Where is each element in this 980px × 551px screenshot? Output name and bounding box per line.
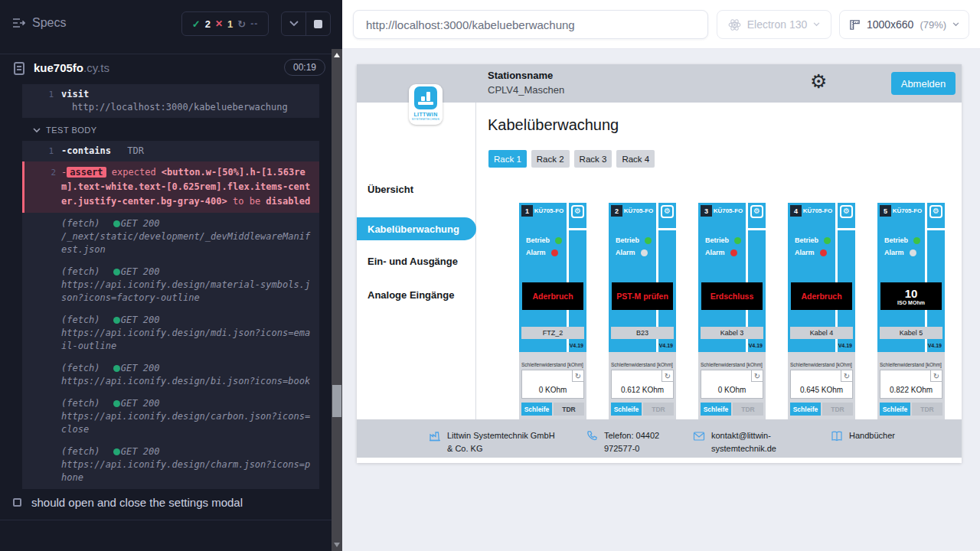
section-label: TEST BODY [46,126,97,135]
command-log: 1 visit http://localhost:3000/kabelueber… [0,84,332,489]
betrieb-led [824,237,831,244]
app-sidebar: Übersicht Kabelüberwachung Ein- und Ausg… [357,103,476,419]
chevron-down-icon [952,22,959,27]
command-block: 1 -contains TDR 2-assert expected <butto… [22,141,319,489]
device-card-3: 3 KÜ705-FO ⚙ Betrieb Alarm Erdschluss Ka… [698,203,766,432]
fetch-url: https://api.iconify.design/bi.json?icons… [61,375,312,388]
command-name: visit [61,89,89,99]
sidebar-item-uebersicht[interactable]: Übersicht [368,184,413,195]
card-settings-button[interactable]: ⚙ [571,205,584,218]
firmware-version: V4.19 [659,343,673,348]
schleife-button[interactable]: Schleife [880,403,910,416]
refresh-button[interactable]: ↻ [572,370,583,382]
resistance-value: 0.822 KOhm [880,386,942,394]
resistance-value-box: ↻ 0.612 KOhm [611,370,674,399]
spec-duration-badge: 00:19 [284,59,325,76]
pending-icon: ↻ [237,18,246,30]
fetch-log-row[interactable]: (fetch) GET 200 https://api.iconify.desi… [22,393,319,441]
footer-manuals-link[interactable]: Handbücher [831,429,895,442]
stop-run-button[interactable] [305,12,330,35]
command-row-contains[interactable]: 1 -contains TDR [22,141,319,161]
tdr-button[interactable]: TDR [643,403,674,416]
collapse-tests-button[interactable] [282,12,305,35]
alarm-label: Alarm [526,249,546,256]
fetch-log-row[interactable]: (fetch) GET 200 /_next/static/developmen… [22,213,319,261]
cable-name: Kabel 4 [790,327,853,339]
schleife-button[interactable]: Schleife [521,403,552,416]
scrollbar-thumb[interactable] [332,385,341,417]
command-row-visit[interactable]: 1 visit http://localhost:3000/kabelueber… [22,84,319,118]
card-settings-button[interactable]: ⚙ [840,205,853,218]
footer-email[interactable]: kontakt@littwin-systemtechnik.de [693,429,809,455]
failed-icon: ✕ [215,18,223,29]
scroll-down-arrow-icon[interactable] [334,543,340,547]
passed-icon: ✓ [192,18,201,30]
pending-test-row[interactable]: should open and close the settings modal [13,496,243,509]
refresh-icon: ↻ [665,372,671,380]
tdr-button[interactable]: TDR [822,403,853,416]
refresh-button[interactable]: ↻ [841,370,852,382]
alarm-led [910,249,916,256]
browser-selector[interactable]: Electron 130 [717,10,831,39]
chevron-down-icon [33,128,41,133]
gear-icon: ⚙ [753,207,760,215]
command-row-assert-failed[interactable]: 2-assert expected <button.w-[50%].h-[1.5… [22,161,319,213]
tdr-button[interactable]: TDR [733,403,763,416]
tab-rack-4[interactable]: Rack 4 [616,150,655,168]
betrieb-label: Betrieb [795,236,818,244]
firmware-version: V4.19 [928,343,942,348]
fetch-url: https://api.iconify.design/charm.json?ic… [61,458,312,484]
url-input[interactable] [353,10,708,39]
schleife-button[interactable]: Schleife [611,403,642,416]
alarm-label: Alarm [616,249,635,256]
device-model: KÜ705-FO [621,207,656,214]
email-address: kontakt@littwin-systemtechnik.de [711,429,809,455]
card-settings-button[interactable]: ⚙ [661,205,674,218]
settings-button[interactable]: ⚙ [810,70,827,93]
betrieb-label: Betrieb [884,236,908,244]
fetch-log-row[interactable]: (fetch) GET 200 https://api.iconify.desi… [22,357,319,393]
logout-button[interactable]: Abmelden [891,72,956,95]
betrieb-led [913,237,920,244]
fetch-status: GET 200 [121,446,160,457]
alarm-label: Alarm [884,249,904,256]
refresh-button[interactable]: ↻ [930,370,942,382]
tab-rack-2[interactable]: Rack 2 [531,150,570,168]
refresh-button[interactable]: ↻ [662,370,673,382]
scroll-up-arrow-icon[interactable] [334,53,340,57]
tdr-button[interactable]: TDR [912,403,942,416]
alarm-display: Erdschluss [701,282,763,310]
sidebar-item-analoge-eingaenge[interactable]: Analoge Eingänge [368,289,454,301]
book-icon [831,430,843,442]
divider [0,54,332,54]
fetch-log-row[interactable]: (fetch) GET 200 https://api.iconify.desi… [22,261,319,309]
spec-header[interactable]: kue705fo.cy.ts 00:19 [0,59,332,82]
pending-count: -- [250,18,258,29]
refresh-button[interactable]: ↻ [751,370,763,382]
schleife-button[interactable]: Schleife [701,403,731,416]
sidebar-item-ein-und-ausgaenge[interactable]: Ein- und Ausgänge [368,256,458,267]
resistance-label: Schleifenwiderstand [kOhm] [611,362,673,367]
fetch-status: GET 200 [121,218,160,229]
passed-count: 2 [205,18,211,30]
card-settings-button[interactable]: ⚙ [929,205,942,218]
viewport-selector[interactable]: 1000x660 (79%) [839,10,969,39]
schleife-button[interactable]: Schleife [790,403,821,416]
fetch-log-row[interactable]: (fetch) GET 200 https://api.iconify.desi… [22,309,319,357]
test-body-section[interactable]: TEST BODY [33,126,319,135]
fetch-log-row[interactable]: (fetch) GET 200 https://api.iconify.desi… [22,441,319,489]
app-under-test: Stationsname CPLV4_Maschen ⚙ Abmelden LI… [357,64,962,463]
fetch-label: (fetch) [61,363,100,373]
spec-file-icon [14,62,24,75]
tab-rack-3[interactable]: Rack 3 [574,150,612,168]
tdr-button[interactable]: TDR [554,403,584,416]
specs-menu-button[interactable]: Specs [12,16,66,30]
tab-rack-1[interactable]: Rack 1 [488,150,527,168]
gear-icon: ⚙ [664,207,671,215]
sidebar-expand-icon [12,18,25,28]
card-settings-button[interactable]: ⚙ [750,205,763,218]
sidebar-item-kabelueberwachung[interactable]: Kabelüberwachung [357,217,476,240]
reporter-scrollbar[interactable] [332,49,342,551]
resistance-label: Schleifenwiderstand [kOhm] [790,362,852,367]
betrieb-led [555,237,562,244]
